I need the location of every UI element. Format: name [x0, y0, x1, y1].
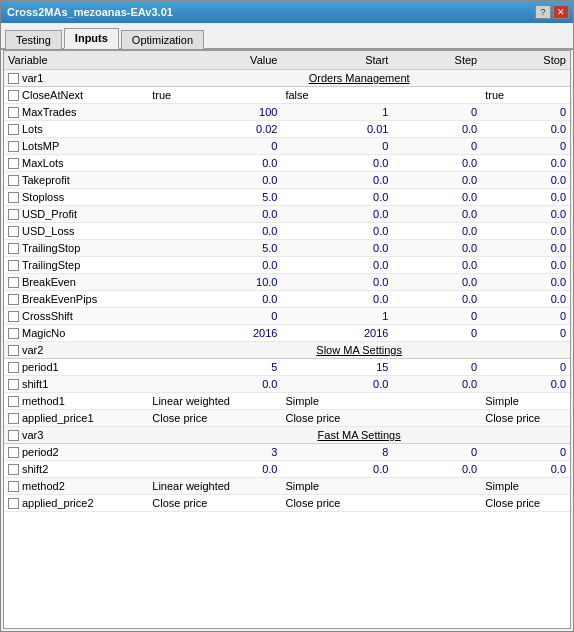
stop-cell: 0.0 — [481, 121, 570, 138]
row-checkbox[interactable] — [8, 311, 19, 322]
start-cell: 15 — [281, 359, 392, 376]
table-row: var2Slow MA Settings — [4, 342, 570, 359]
title-bar-buttons: ? ✕ — [535, 5, 569, 19]
table-row: USD_Profit0.00.00.00.0 — [4, 206, 570, 223]
row-checkbox[interactable] — [8, 226, 19, 237]
value-cell: 0.0 — [148, 172, 281, 189]
variable-name: applied_price1 — [22, 412, 94, 424]
row-checkbox[interactable] — [8, 379, 19, 390]
table-row: MagicNo2016201600 — [4, 325, 570, 342]
row-checkbox[interactable] — [8, 345, 19, 356]
table-row: MaxLots0.00.00.00.0 — [4, 155, 570, 172]
variable-cell: LotsMP — [4, 138, 148, 155]
start-cell: 0 — [281, 138, 392, 155]
variable-name: BreakEvenPips — [22, 293, 97, 305]
help-button[interactable]: ? — [535, 5, 551, 19]
row-checkbox[interactable] — [8, 498, 19, 509]
stop-cell: 0 — [481, 138, 570, 155]
step-cell: 0 — [392, 325, 481, 342]
table-row: var1Orders Management — [4, 70, 570, 87]
stop-cell: 0 — [481, 325, 570, 342]
title-bar: Cross2MAs_mezoanas-EAv3.01 ? ✕ — [1, 1, 573, 23]
value-cell: 10.0 — [148, 274, 281, 291]
row-checkbox[interactable] — [8, 447, 19, 458]
variable-cell: period2 — [4, 444, 148, 461]
stop-cell: Simple — [481, 478, 570, 495]
variable-cell: MaxTrades — [4, 104, 148, 121]
stop-cell: 0 — [481, 104, 570, 121]
section-label-cell: Fast MA Settings — [148, 427, 570, 444]
value-cell: Close price — [148, 495, 281, 512]
row-checkbox[interactable] — [8, 175, 19, 186]
tab-testing[interactable]: Testing — [5, 30, 62, 49]
row-checkbox[interactable] — [8, 362, 19, 373]
header-start: Start — [281, 51, 392, 70]
variable-cell: Lots — [4, 121, 148, 138]
table-row: period23800 — [4, 444, 570, 461]
step-cell: 0.0 — [392, 189, 481, 206]
step-cell — [392, 495, 481, 512]
start-cell: 0.0 — [281, 206, 392, 223]
value-cell: 5.0 — [148, 189, 281, 206]
table-row: Stoploss5.00.00.00.0 — [4, 189, 570, 206]
value-cell: Linear weighted — [148, 393, 281, 410]
value-cell: 0.0 — [148, 206, 281, 223]
row-checkbox[interactable] — [8, 481, 19, 492]
stop-cell: 0.0 — [481, 461, 570, 478]
step-cell: 0.0 — [392, 121, 481, 138]
stop-cell: 0.0 — [481, 223, 570, 240]
row-checkbox[interactable] — [8, 260, 19, 271]
start-cell: Simple — [281, 393, 392, 410]
value-cell: 0 — [148, 138, 281, 155]
row-checkbox[interactable] — [8, 464, 19, 475]
variable-cell: shift2 — [4, 461, 148, 478]
tab-inputs[interactable]: Inputs — [64, 28, 119, 49]
close-button[interactable]: ✕ — [553, 5, 569, 19]
start-cell: 0.0 — [281, 172, 392, 189]
start-cell: 0.0 — [281, 376, 392, 393]
value-cell: 100 — [148, 104, 281, 121]
row-checkbox[interactable] — [8, 328, 19, 339]
row-checkbox[interactable] — [8, 413, 19, 424]
start-cell: 0.0 — [281, 155, 392, 172]
row-checkbox[interactable] — [8, 243, 19, 254]
row-checkbox[interactable] — [8, 124, 19, 135]
row-checkbox[interactable] — [8, 141, 19, 152]
stop-cell: 0.0 — [481, 189, 570, 206]
row-checkbox[interactable] — [8, 277, 19, 288]
start-cell: 0.0 — [281, 257, 392, 274]
step-cell: 0.0 — [392, 155, 481, 172]
row-checkbox[interactable] — [8, 396, 19, 407]
variable-cell: MaxLots — [4, 155, 148, 172]
row-checkbox[interactable] — [8, 107, 19, 118]
table-row: Lots0.020.010.00.0 — [4, 121, 570, 138]
value-cell: 0 — [148, 308, 281, 325]
row-checkbox[interactable] — [8, 430, 19, 441]
section-var-label: var1 — [22, 72, 43, 84]
value-cell: 5.0 — [148, 240, 281, 257]
table-row: TrailingStop5.00.00.00.0 — [4, 240, 570, 257]
step-cell — [392, 87, 481, 104]
step-cell: 0.0 — [392, 172, 481, 189]
variable-name: BreakEven — [22, 276, 76, 288]
row-checkbox[interactable] — [8, 73, 19, 84]
stop-cell: Close price — [481, 495, 570, 512]
start-cell: 2016 — [281, 325, 392, 342]
variable-name: method1 — [22, 395, 65, 407]
step-cell: 0.0 — [392, 461, 481, 478]
section-var-cell: var1 — [4, 70, 148, 87]
table-row: applied_price2Close priceClose priceClos… — [4, 495, 570, 512]
stop-cell: 0.0 — [481, 274, 570, 291]
table-row: shift10.00.00.00.0 — [4, 376, 570, 393]
row-checkbox[interactable] — [8, 90, 19, 101]
tab-optimization[interactable]: Optimization — [121, 30, 204, 49]
row-checkbox[interactable] — [8, 158, 19, 169]
variable-cell: TrailingStop — [4, 240, 148, 257]
value-cell: 0.0 — [148, 376, 281, 393]
stop-cell: Simple — [481, 393, 570, 410]
row-checkbox[interactable] — [8, 192, 19, 203]
row-checkbox[interactable] — [8, 209, 19, 220]
variable-cell: applied_price1 — [4, 410, 148, 427]
value-cell: 0.0 — [148, 223, 281, 240]
row-checkbox[interactable] — [8, 294, 19, 305]
